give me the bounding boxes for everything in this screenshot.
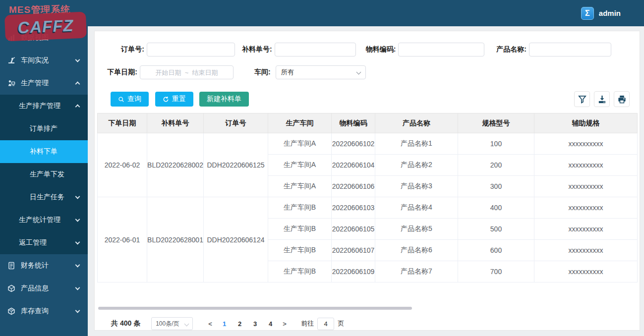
table-cell: DDH20220606125	[204, 133, 268, 197]
table-header: 下单日期 补料单号 订单号 生产车间 物料编码 产品名称 规格型号 辅助规格	[98, 113, 638, 133]
table-cell: 500	[458, 219, 534, 240]
table-body: 2022-06-02BLD20220628002DDH20220606125生产…	[98, 133, 638, 282]
sidebar-item-label: 车间实况	[21, 56, 49, 65]
order-no-group: 订单号:	[113, 43, 235, 56]
workshop-group: 车间: 所有	[254, 65, 366, 79]
page-number-3[interactable]: 3	[247, 320, 263, 328]
workshop-select[interactable]: 所有	[276, 65, 366, 79]
workshop-select-value: 所有	[281, 68, 294, 77]
horizontal-scrollbar[interactable]	[98, 307, 412, 310]
table-cell: xxxxxxxxxx	[534, 219, 638, 240]
order-no-input[interactable]	[147, 43, 235, 56]
goto-page-input[interactable]	[317, 318, 334, 330]
sidebar-item-label: 补料下单	[30, 147, 58, 156]
search-button[interactable]: 查询	[111, 92, 149, 107]
sidebar-item-inventory-query[interactable]: 库存查询	[0, 300, 88, 323]
table-cell: xxxxxxxxxx	[534, 197, 638, 219]
order-date-label: 下单日期:	[105, 68, 137, 77]
table-cell: 产品名称4	[375, 197, 458, 219]
search-button-label: 查询	[127, 95, 141, 104]
order-date-range-input[interactable]	[140, 65, 234, 79]
table-cell: 20220606106	[332, 176, 375, 197]
print-button[interactable]	[614, 91, 630, 107]
sigma-user-icon[interactable]: Σ	[581, 7, 594, 20]
table-cell: 700	[458, 261, 534, 282]
sidebar-item-order-scheduling[interactable]: 订单排产	[0, 117, 88, 140]
username: admin	[599, 9, 621, 17]
sidebar-item-label: 产品信息	[21, 284, 49, 293]
sidebar-item-production-mgmt[interactable]: 生产管理	[0, 72, 88, 95]
goto-label: 前往	[301, 319, 314, 328]
document-icon	[7, 262, 16, 270]
table-cell: 产品名称2	[375, 155, 458, 176]
table-cell: 生产车间B	[268, 197, 332, 219]
sidebar-item-production-stats[interactable]: 生产统计管理	[0, 209, 88, 231]
table-row: 2022-06-01BLD20220628001DDH20220606124生产…	[98, 197, 638, 219]
download-button[interactable]	[594, 91, 610, 107]
top-header-bar: MES管理系统 Σ admin	[0, 0, 644, 26]
sidebar-item-production-issue[interactable]: 生产单下发	[0, 163, 88, 186]
table-cell: xxxxxxxxxx	[534, 155, 638, 176]
user-menu[interactable]: Σ admin	[581, 0, 621, 26]
column-header: 辅助规格	[534, 113, 638, 133]
sidebar-item-daily-task[interactable]: 日生产任务	[0, 186, 88, 209]
next-page-button[interactable]: >	[278, 320, 291, 328]
supplement-no-input[interactable]	[275, 43, 356, 56]
sidebar-item-label: 生产排产管理	[19, 102, 60, 111]
filter-button[interactable]	[574, 91, 590, 107]
reset-button[interactable]: 重置	[155, 92, 193, 107]
page-number-2[interactable]: 2	[232, 320, 247, 328]
table-row: 2022-06-02BLD20220628002DDH20220606125生产…	[98, 133, 638, 155]
goto-unit: 页	[338, 319, 344, 328]
table-cell: xxxxxxxxxx	[534, 240, 638, 261]
table-cell: xxxxxxxxxx	[534, 176, 638, 197]
operator-icon	[7, 79, 16, 87]
sidebar-item-product-info[interactable]: 产品信息	[0, 277, 88, 300]
chevron-down-icon	[75, 263, 80, 268]
create-supplement-button[interactable]: 新建补料单	[199, 92, 249, 107]
material-code-input[interactable]	[398, 43, 484, 56]
table-cell: 20220606109	[332, 261, 375, 282]
supplement-no-label: 补料单号:	[242, 45, 272, 54]
sidebar-item-label: 生产单下发	[30, 170, 64, 179]
column-header: 规格型号	[458, 113, 534, 133]
material-code-group: 物料编码:	[366, 43, 485, 56]
refresh-icon	[163, 96, 169, 103]
sidebar-item-replenish-order[interactable]: 补料下单	[0, 140, 88, 163]
table-cell: 20220606107	[332, 240, 375, 261]
material-code-label: 物料编码:	[366, 45, 396, 54]
table-cell: 100	[458, 133, 534, 155]
chevron-down-icon	[184, 322, 189, 327]
reset-button-label: 重置	[172, 95, 186, 104]
column-header: 补料单号	[147, 113, 204, 133]
pagination: 共 400 条 100条/页 < 1234 > 前往 页	[111, 317, 640, 330]
watermark-text: CAFFZ	[17, 16, 74, 37]
sidebar-item-label: 生产管理	[21, 79, 49, 88]
sidebar-item-finance-stats[interactable]: 财务统计	[0, 254, 88, 277]
chevron-down-icon	[75, 57, 80, 62]
chevron-up-icon	[75, 104, 80, 109]
page-size-select[interactable]: 100条/页	[151, 317, 193, 330]
product-name-input[interactable]	[529, 43, 611, 56]
watermark-stamp: CAFFZ	[4, 11, 87, 41]
sidebar-item-label: 订单排产	[30, 124, 58, 133]
page-number-4[interactable]: 4	[263, 320, 278, 328]
table-cell: 生产车间A	[268, 176, 332, 197]
page-number-1[interactable]: 1	[217, 320, 232, 328]
filter-row-2: 下单日期: 车间: 所有	[95, 65, 640, 79]
sidebar-item-workshop-live[interactable]: 车间实况	[0, 49, 88, 72]
order-no-label: 订单号:	[113, 45, 144, 54]
sidebar-menu: 数据视图车间实况生产管理生产排产管理订单排产补料下单生产单下发日生产任务生产统计…	[0, 26, 88, 323]
table-cell: 生产车间A	[268, 133, 332, 155]
filter-icon	[578, 95, 587, 104]
table-cell: 2022-06-02	[98, 133, 147, 197]
product-name-group: 产品名称:	[496, 43, 611, 56]
chevron-down-icon	[75, 240, 80, 245]
print-icon	[617, 95, 627, 104]
sidebar-item-rework-mgmt[interactable]: 返工管理	[0, 231, 88, 254]
sidebar-item-scheduling-mgmt[interactable]: 生产排产管理	[0, 95, 88, 117]
prev-page-button[interactable]: <	[204, 320, 217, 328]
chevron-up-icon	[75, 81, 80, 86]
table-cell: 产品名称3	[375, 176, 458, 197]
cube-icon	[7, 284, 16, 292]
